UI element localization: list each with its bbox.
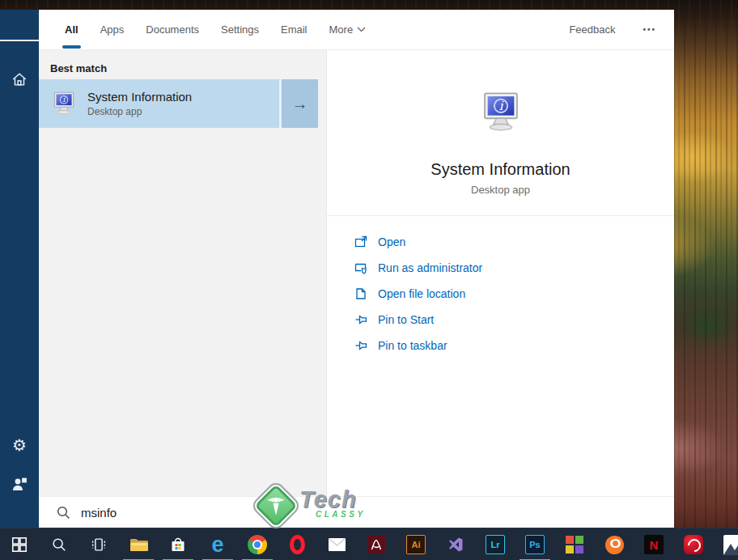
pin-icon	[354, 339, 367, 352]
open-file-location-action[interactable]: Open file location	[354, 281, 674, 307]
open-file-location-icon	[354, 287, 367, 300]
open-icon	[354, 235, 367, 248]
feedback-link[interactable]: Feedback	[569, 23, 615, 36]
details-pane: i System Information Desktop app Open Ru…	[326, 50, 674, 496]
search-filter-bar: All Apps Documents Settings Email More F…	[39, 10, 674, 50]
start-sidebar: ⚙	[0, 10, 39, 528]
opera-button[interactable]	[278, 528, 316, 560]
acrobat-icon	[367, 535, 386, 554]
pin-to-taskbar-action[interactable]: Pin to taskbar	[354, 333, 674, 358]
context-actions: Open Run as administrator Open file loca…	[327, 229, 674, 358]
user-icon[interactable]	[0, 468, 39, 500]
tab-more[interactable]: More	[329, 10, 367, 50]
run-as-admin-icon	[354, 261, 367, 274]
opera-icon	[290, 535, 305, 554]
windows-start-icon	[11, 536, 28, 554]
tab-documents[interactable]: Documents	[146, 10, 199, 50]
file-explorer-button[interactable]	[119, 528, 158, 560]
search-input[interactable]	[81, 506, 324, 520]
colored-tiles-icon	[566, 536, 583, 554]
expand-arrow-button[interactable]: →	[279, 79, 318, 128]
microsoft-store-button[interactable]	[159, 528, 197, 560]
file-explorer-icon	[129, 536, 149, 554]
acrobat-button[interactable]	[357, 528, 396, 560]
chrome-button[interactable]	[238, 528, 277, 560]
tab-email[interactable]: Email	[281, 10, 308, 50]
photoshop-button[interactable]: Ps	[515, 528, 554, 560]
system-information-icon: i	[50, 90, 78, 117]
netflix-icon: N	[644, 535, 664, 554]
edge-button[interactable]: e	[198, 528, 237, 560]
chrome-icon	[248, 535, 267, 554]
start-button[interactable]	[0, 528, 39, 560]
run-as-administrator-action[interactable]: Run as administrator	[354, 255, 674, 281]
creative-cloud-icon	[684, 535, 703, 554]
details-subtitle: Desktop app	[327, 184, 674, 196]
office-tiles-button[interactable]	[555, 528, 594, 560]
search-flyout: All Apps Documents Settings Email More F…	[39, 10, 674, 528]
search-bar	[39, 496, 674, 528]
photos-button[interactable]	[714, 528, 738, 560]
edge-icon: e	[211, 534, 223, 556]
chevron-down-icon	[357, 27, 366, 32]
task-view-icon	[90, 536, 108, 554]
open-action[interactable]: Open	[354, 229, 674, 255]
home-icon[interactable]	[0, 63, 39, 95]
system-information-icon: i	[477, 89, 524, 136]
best-match-item[interactable]: i System Information Desktop app →	[39, 79, 318, 128]
search-icon	[51, 537, 67, 553]
search-icon	[57, 506, 70, 520]
divider	[327, 215, 674, 216]
tab-all[interactable]: All	[65, 10, 78, 50]
best-match-title: System Information	[87, 90, 192, 104]
pin-icon	[354, 313, 367, 326]
menu-icon[interactable]	[0, 24, 39, 57]
visual-studio-icon	[446, 535, 465, 554]
photoshop-icon: Ps	[525, 535, 545, 554]
illustrator-icon: Ai	[406, 535, 426, 554]
details-title: System Information	[327, 160, 674, 179]
best-match-label: Best match	[50, 62, 107, 74]
task-view-button[interactable]	[79, 528, 118, 560]
mail-button[interactable]	[317, 528, 356, 560]
visual-studio-button[interactable]	[436, 528, 475, 560]
tab-apps[interactable]: Apps	[100, 10, 125, 50]
best-match-subtitle: Desktop app	[87, 106, 192, 117]
pin-to-start-action[interactable]: Pin to Start	[354, 307, 674, 333]
blender-icon	[605, 536, 624, 554]
results-list: Best match i System Information Desktop …	[39, 50, 326, 496]
tab-settings[interactable]: Settings	[221, 10, 259, 50]
illustrator-button[interactable]: Ai	[397, 528, 435, 560]
right-arrow-icon: →	[292, 95, 308, 113]
taskbar-search-button[interactable]	[40, 528, 78, 560]
settings-icon[interactable]: ⚙	[0, 429, 39, 461]
creative-cloud-button[interactable]	[674, 528, 713, 560]
taskbar: e Ai Lr Ps N	[0, 528, 738, 560]
blender-button[interactable]	[595, 528, 634, 560]
lightroom-icon: Lr	[486, 535, 505, 554]
microsoft-store-icon	[168, 535, 188, 554]
lightroom-button[interactable]: Lr	[476, 528, 515, 560]
photos-icon	[723, 535, 738, 555]
more-options-icon[interactable]: •••	[643, 25, 656, 34]
mail-icon	[328, 537, 346, 552]
netflix-button[interactable]: N	[634, 528, 673, 560]
